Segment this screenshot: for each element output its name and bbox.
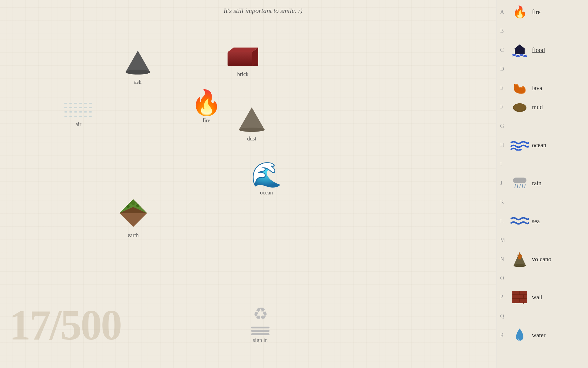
water-sidebar-icon — [510, 328, 530, 343]
volcano-sidebar-icon — [510, 251, 530, 267]
sidebar-item-water[interactable]: R water — [496, 326, 588, 345]
sidebar-item-g[interactable]: G — [496, 117, 588, 136]
sidebar-letter-m: M — [500, 237, 507, 243]
flood-sidebar-icon — [510, 42, 530, 58]
sidebar-item-flood[interactable]: C flood — [496, 40, 588, 59]
sidebar-item-fire[interactable]: A 🔥 fire — [496, 2, 588, 21]
svg-marker-0 — [126, 51, 150, 72]
ash-label: ash — [134, 79, 141, 85]
sidebar-water-label: water — [532, 332, 545, 339]
sidebar-letter-c: C — [500, 47, 507, 53]
sign-in-area[interactable]: ♻ sign in — [251, 304, 270, 343]
sidebar-item-m[interactable]: M — [496, 231, 588, 250]
element-earth[interactable]: earth — [116, 198, 150, 239]
element-brick[interactable]: brick — [226, 48, 260, 78]
svg-rect-20 — [513, 178, 526, 183]
svg-point-1 — [126, 70, 150, 75]
sidebar-item-i[interactable]: I — [496, 155, 588, 174]
svg-line-22 — [517, 184, 518, 188]
sidebar-item-d[interactable]: D — [496, 59, 588, 79]
sidebar-item-volcano[interactable]: N volcano — [496, 250, 588, 269]
dust-icon — [236, 106, 267, 133]
element-air[interactable]: air — [64, 103, 92, 128]
sidebar-letter-d: D — [500, 66, 507, 72]
dust-label: dust — [247, 136, 256, 142]
ocean-label: ocean — [260, 190, 273, 196]
tagline: It's still important to smile. :) — [224, 7, 303, 15]
svg-point-12 — [126, 205, 130, 208]
progress-counter: 17/500 — [9, 300, 121, 350]
fire-icon: 🔥 — [191, 90, 222, 115]
sea-sidebar-icon — [510, 213, 530, 229]
lava-sidebar-icon — [510, 80, 530, 96]
sidebar-letter-n: N — [500, 256, 507, 263]
sidebar-item-rain[interactable]: J rain — [496, 174, 588, 193]
sign-in-label[interactable]: sign in — [253, 337, 268, 343]
wall-sidebar-icon — [510, 289, 530, 305]
sidebar-item-sea[interactable]: L sea — [496, 212, 588, 231]
svg-line-21 — [515, 184, 515, 188]
sidebar-item-wall[interactable]: P wall — [496, 288, 588, 307]
sidebar-letter-k: K — [500, 199, 507, 205]
element-fire[interactable]: 🔥 fire — [191, 90, 222, 124]
sidebar-letter-a: A — [500, 9, 507, 15]
sidebar-letter-o: O — [500, 275, 507, 282]
air-label: air — [76, 121, 81, 128]
sidebar-letter-r: R — [500, 332, 507, 339]
sidebar-item-ocean[interactable]: H ocean — [496, 136, 588, 155]
sidebar-letter-i: I — [500, 161, 507, 167]
element-ash[interactable]: ash — [123, 49, 153, 85]
sidebar-letter-e: E — [500, 85, 507, 91]
element-ocean[interactable]: 🌊 ocean — [251, 163, 282, 196]
element-dust[interactable]: dust — [236, 106, 267, 142]
svg-rect-17 — [518, 51, 522, 54]
sidebar-item-mud[interactable]: F mud — [496, 98, 588, 117]
sidebar-letter-q: Q — [500, 313, 507, 320]
svg-line-25 — [525, 184, 525, 188]
sidebar-volcano-label: volcano — [532, 256, 551, 263]
sidebar-letter-f: F — [500, 104, 507, 110]
sidebar-flood-label: flood — [532, 47, 545, 54]
sidebar-item-b[interactable]: B — [496, 21, 588, 40]
svg-line-23 — [520, 184, 520, 188]
sidebar-rain-label: rain — [532, 180, 541, 187]
sidebar-ocean-label: ocean — [532, 142, 546, 149]
sidebar-item-o[interactable]: O — [496, 269, 588, 288]
sidebar-letter-j: J — [500, 180, 507, 186]
sidebar-letter-p: P — [500, 294, 507, 301]
svg-point-7 — [239, 128, 265, 132]
sidebar-item-q[interactable]: Q — [496, 307, 588, 326]
recycle-icon: ♻ — [253, 304, 268, 324]
brick-label: brick — [237, 71, 249, 78]
sidebar-wall-label: wall — [532, 294, 542, 301]
sidebar-fire-label: fire — [532, 9, 541, 16]
ash-icon — [123, 49, 153, 76]
sidebar-item-lava[interactable]: E lava — [496, 79, 588, 98]
brick-icon — [226, 48, 260, 69]
sidebar: A 🔥 fire B C flood D E — [496, 0, 588, 368]
sidebar-letter-g: G — [500, 123, 507, 129]
rain-sidebar-icon — [510, 175, 530, 191]
sidebar-mud-label: mud — [532, 104, 543, 111]
svg-marker-15 — [514, 44, 526, 49]
earth-label: earth — [128, 232, 139, 239]
fire-sidebar-icon: 🔥 — [510, 4, 530, 20]
svg-point-14 — [136, 204, 139, 207]
sidebar-letter-h: H — [500, 142, 507, 148]
fire-label: fire — [203, 117, 210, 124]
svg-line-24 — [522, 184, 523, 188]
svg-marker-6 — [239, 107, 265, 130]
earth-icon — [116, 198, 150, 230]
ocean-icon: 🌊 — [251, 163, 282, 187]
ocean-sidebar-icon — [510, 137, 530, 153]
sidebar-lava-label: lava — [532, 85, 542, 92]
sidebar-sea-label: sea — [532, 218, 540, 225]
sidebar-letter-b: B — [500, 28, 507, 34]
sidebar-letter-l: L — [500, 218, 507, 224]
air-icon — [64, 103, 92, 119]
svg-point-13 — [131, 201, 135, 205]
sidebar-item-k[interactable]: K — [496, 193, 588, 212]
svg-point-19 — [514, 103, 526, 111]
mud-sidebar-icon — [510, 99, 530, 115]
